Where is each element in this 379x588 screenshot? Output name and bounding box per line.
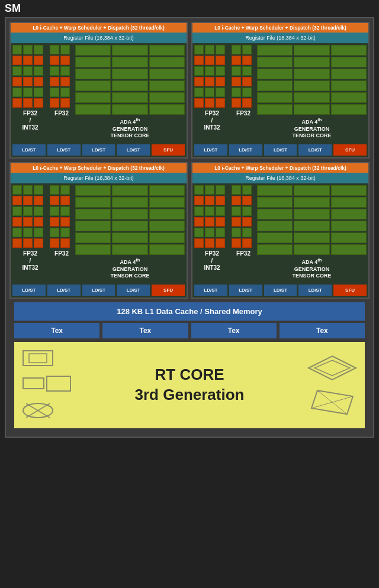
ldst-4-1: LD/ST [194, 285, 227, 296]
fp32-int32-label-1: FP32/ INT32 [12, 109, 48, 133]
sfu-2: SFU [333, 144, 367, 156]
svg-line-11 [311, 396, 353, 408]
tensor-label-1: ADA 4thGENERATIONTENSOR CORE [75, 116, 185, 141]
sub-processor-4: L0 i-Cache + Warp Scheduler + Dispatch (… [191, 162, 370, 299]
sfu-4: SFU [333, 285, 367, 296]
warp-header-1: L0 i-Cache + Warp Scheduler + Dispatch (… [11, 23, 187, 33]
sub-processor-3: L0 i-Cache + Warp Scheduler + Dispatch (… [9, 162, 188, 299]
l1-cache: 128 KB L1 Data Cache / Shared Memory [14, 302, 365, 321]
register-file-3: Register File (16,384 x 32-bit) [11, 173, 187, 183]
ldst-2-3: LD/ST [264, 144, 297, 156]
register-file-4: Register File (16,384 x 32-bit) [192, 173, 368, 183]
ldst-4-2: LD/ST [229, 285, 262, 296]
sfu-3: SFU [152, 285, 185, 296]
fp32-int32-label-2: FP32/ INT32 [194, 109, 230, 133]
fp32-int32-label-3: FP32/ INT32 [12, 249, 48, 273]
register-file-2: Register File (16,384 x 32-bit) [192, 33, 368, 43]
warp-header-3: L0 i-Cache + Warp Scheduler + Dispatch (… [11, 163, 187, 173]
tensor-label-3: ADA 4thGENERATIONTENSOR CORE [75, 256, 185, 281]
fp32-label-1: FP32 [50, 109, 73, 118]
svg-rect-3 [47, 376, 70, 391]
tensor-label-2: ADA 4thGENERATIONTENSOR CORE [257, 116, 367, 141]
fp32-label-3: FP32 [50, 249, 73, 259]
tensor-label-4: ADA 4thGENERATIONTENSOR CORE [257, 256, 367, 281]
tex-unit-2: Tex [102, 323, 188, 338]
sm-label: SM [0, 0, 379, 17]
rt-core-label: RT CORE 3rd Generation [85, 365, 294, 405]
quad-grid: L0 i-Cache + Warp Scheduler + Dispatch (… [9, 22, 370, 299]
tex-unit-1: Tex [14, 323, 99, 338]
fp32-label-2: FP32 [232, 109, 255, 118]
fp32-int32-label-4: FP32/ INT32 [194, 249, 230, 273]
register-file-1: Register File (16,384 x 32-bit) [11, 33, 187, 43]
svg-rect-1 [29, 354, 47, 363]
tex-row: Tex Tex Tex Tex [14, 323, 365, 338]
warp-header-2: L0 i-Cache + Warp Scheduler + Dispatch (… [192, 23, 368, 33]
svg-marker-7 [309, 356, 356, 380]
ldst-3-4: LD/ST [117, 285, 150, 296]
ldst-3-2: LD/ST [47, 285, 81, 296]
tex-unit-4: Tex [280, 323, 365, 338]
ldst-1-3: LD/ST [82, 144, 115, 156]
ldst-2-2: LD/ST [229, 144, 262, 156]
ldst-2-4: LD/ST [298, 144, 332, 156]
sfu-1: SFU [152, 144, 185, 156]
tex-unit-3: Tex [191, 323, 277, 338]
ldst-1-4: LD/ST [117, 144, 150, 156]
ldst-3-3: LD/ST [82, 285, 115, 296]
warp-header-4: L0 i-Cache + Warp Scheduler + Dispatch (… [192, 163, 368, 173]
fp32-label-4: FP32 [232, 249, 255, 259]
rt-core: RT CORE 3rd Generation [14, 342, 365, 428]
ldst-3-1: LD/ST [12, 285, 46, 296]
sm-container: L0 i-Cache + Warp Scheduler + Dispatch (… [5, 17, 374, 438]
svg-rect-2 [23, 378, 44, 389]
rt-shapes-left [20, 348, 73, 422]
rt-shapes-right [306, 353, 359, 417]
ldst-4-4: LD/ST [298, 285, 332, 296]
ldst-2-1: LD/ST [194, 144, 227, 156]
ldst-1-2: LD/ST [47, 144, 81, 156]
sub-processor-2: L0 i-Cache + Warp Scheduler + Dispatch (… [191, 22, 370, 159]
svg-rect-0 [23, 351, 53, 366]
sub-processor-1: L0 i-Cache + Warp Scheduler + Dispatch (… [9, 22, 188, 159]
ldst-1-1: LD/ST [12, 144, 46, 156]
ldst-4-3: LD/ST [264, 285, 297, 296]
